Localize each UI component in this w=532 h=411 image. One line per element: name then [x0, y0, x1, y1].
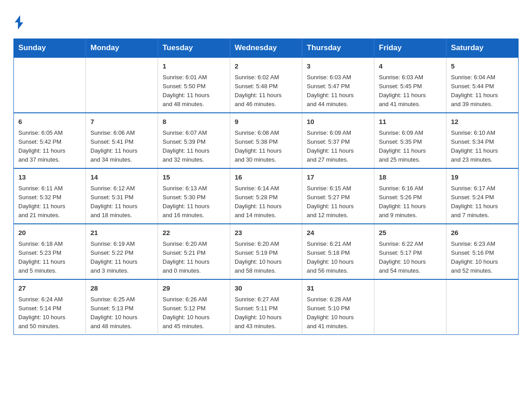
day-number: 1 — [163, 61, 225, 72]
day-number: 3 — [307, 61, 369, 72]
calendar-cell: 3Sunrise: 6:03 AM Sunset: 5:47 PM Daylig… — [302, 57, 374, 113]
calendar-cell — [86, 57, 158, 113]
day-info: Sunrise: 6:20 AM Sunset: 5:19 PM Dayligh… — [235, 240, 297, 276]
calendar-cell: 10Sunrise: 6:09 AM Sunset: 5:37 PM Dayli… — [302, 113, 374, 168]
day-info: Sunrise: 6:17 AM Sunset: 5:24 PM Dayligh… — [451, 184, 514, 220]
calendar-cell: 25Sunrise: 6:22 AM Sunset: 5:17 PM Dayli… — [374, 224, 446, 279]
logo-triangle-icon — [15, 15, 20, 22]
day-info: Sunrise: 6:25 AM Sunset: 5:13 PM Dayligh… — [90, 295, 153, 331]
calendar-week-row: 13Sunrise: 6:11 AM Sunset: 5:32 PM Dayli… — [14, 168, 519, 224]
day-info: Sunrise: 6:20 AM Sunset: 5:21 PM Dayligh… — [163, 240, 225, 276]
day-info: Sunrise: 6:11 AM Sunset: 5:32 PM Dayligh… — [18, 184, 81, 220]
day-info: Sunrise: 6:26 AM Sunset: 5:12 PM Dayligh… — [163, 295, 225, 331]
day-number: 18 — [379, 172, 442, 183]
day-info: Sunrise: 6:23 AM Sunset: 5:16 PM Dayligh… — [451, 240, 514, 276]
day-number: 6 — [18, 117, 81, 127]
day-info: Sunrise: 6:09 AM Sunset: 5:37 PM Dayligh… — [307, 128, 369, 165]
day-number: 7 — [90, 117, 153, 127]
calendar-cell: 13Sunrise: 6:11 AM Sunset: 5:32 PM Dayli… — [14, 168, 86, 224]
calendar-cell: 6Sunrise: 6:05 AM Sunset: 5:42 PM Daylig… — [14, 113, 86, 168]
day-info: Sunrise: 6:05 AM Sunset: 5:42 PM Dayligh… — [18, 128, 81, 165]
calendar-table: SundayMondayTuesdayWednesdayThursdayFrid… — [13, 39, 519, 335]
calendar-cell — [14, 57, 86, 113]
calendar-cell: 12Sunrise: 6:10 AM Sunset: 5:34 PM Dayli… — [446, 113, 519, 168]
calendar-cell: 28Sunrise: 6:25 AM Sunset: 5:13 PM Dayli… — [86, 279, 158, 335]
calendar-header-row: SundayMondayTuesdayWednesdayThursdayFrid… — [14, 39, 519, 58]
weekday-header-saturday: Saturday — [446, 39, 519, 58]
day-info: Sunrise: 6:12 AM Sunset: 5:31 PM Dayligh… — [90, 184, 153, 220]
day-number: 25 — [379, 228, 442, 238]
day-info: Sunrise: 6:13 AM Sunset: 5:30 PM Dayligh… — [163, 184, 225, 220]
weekday-header-tuesday: Tuesday — [158, 39, 230, 58]
day-number: 13 — [18, 172, 81, 183]
day-number: 24 — [307, 228, 369, 238]
day-info: Sunrise: 6:18 AM Sunset: 5:23 PM Dayligh… — [18, 240, 81, 276]
logo — [13, 9, 25, 30]
day-number: 22 — [163, 228, 225, 238]
day-info: Sunrise: 6:01 AM Sunset: 5:50 PM Dayligh… — [163, 73, 225, 109]
weekday-header-wednesday: Wednesday — [230, 39, 302, 58]
day-number: 28 — [90, 283, 153, 294]
day-info: Sunrise: 6:14 AM Sunset: 5:28 PM Dayligh… — [235, 184, 297, 220]
day-info: Sunrise: 6:02 AM Sunset: 5:48 PM Dayligh… — [235, 73, 297, 109]
day-number: 9 — [235, 117, 297, 127]
calendar-cell: 29Sunrise: 6:26 AM Sunset: 5:12 PM Dayli… — [158, 279, 230, 335]
day-number: 31 — [307, 283, 369, 294]
calendar-week-row: 1Sunrise: 6:01 AM Sunset: 5:50 PM Daylig… — [14, 57, 519, 113]
day-info: Sunrise: 6:28 AM Sunset: 5:10 PM Dayligh… — [307, 295, 369, 331]
calendar-cell: 15Sunrise: 6:13 AM Sunset: 5:30 PM Dayli… — [158, 168, 230, 224]
calendar-cell: 11Sunrise: 6:09 AM Sunset: 5:35 PM Dayli… — [374, 113, 446, 168]
header — [13, 9, 519, 30]
calendar-cell: 22Sunrise: 6:20 AM Sunset: 5:21 PM Dayli… — [158, 224, 230, 279]
day-number: 5 — [451, 61, 514, 72]
day-info: Sunrise: 6:16 AM Sunset: 5:26 PM Dayligh… — [379, 184, 442, 220]
day-number: 10 — [307, 117, 369, 127]
day-info: Sunrise: 6:09 AM Sunset: 5:35 PM Dayligh… — [379, 128, 442, 165]
calendar-cell: 5Sunrise: 6:04 AM Sunset: 5:44 PM Daylig… — [446, 57, 519, 113]
day-info: Sunrise: 6:07 AM Sunset: 5:39 PM Dayligh… — [163, 128, 225, 165]
weekday-header-sunday: Sunday — [14, 39, 86, 58]
day-info: Sunrise: 6:10 AM Sunset: 5:34 PM Dayligh… — [451, 128, 514, 165]
day-info: Sunrise: 6:19 AM Sunset: 5:22 PM Dayligh… — [90, 240, 153, 276]
day-number: 20 — [18, 228, 81, 238]
weekday-header-monday: Monday — [86, 39, 158, 58]
day-number: 15 — [163, 172, 225, 183]
calendar-week-row: 20Sunrise: 6:18 AM Sunset: 5:23 PM Dayli… — [14, 224, 519, 279]
calendar-cell: 16Sunrise: 6:14 AM Sunset: 5:28 PM Dayli… — [230, 168, 302, 224]
day-number: 16 — [235, 172, 297, 183]
logo-triangle2-icon — [18, 22, 23, 30]
day-number: 8 — [163, 117, 225, 127]
calendar-cell: 2Sunrise: 6:02 AM Sunset: 5:48 PM Daylig… — [230, 57, 302, 113]
calendar-cell: 14Sunrise: 6:12 AM Sunset: 5:31 PM Dayli… — [86, 168, 158, 224]
day-info: Sunrise: 6:21 AM Sunset: 5:18 PM Dayligh… — [307, 240, 369, 276]
day-info: Sunrise: 6:15 AM Sunset: 5:27 PM Dayligh… — [307, 184, 369, 220]
calendar-week-row: 6Sunrise: 6:05 AM Sunset: 5:42 PM Daylig… — [14, 113, 519, 168]
day-number: 2 — [235, 61, 297, 72]
calendar-cell: 26Sunrise: 6:23 AM Sunset: 5:16 PM Dayli… — [446, 224, 519, 279]
day-info: Sunrise: 6:04 AM Sunset: 5:44 PM Dayligh… — [451, 73, 514, 109]
calendar-cell: 9Sunrise: 6:08 AM Sunset: 5:38 PM Daylig… — [230, 113, 302, 168]
day-number: 23 — [235, 228, 297, 238]
calendar-cell: 23Sunrise: 6:20 AM Sunset: 5:19 PM Dayli… — [230, 224, 302, 279]
calendar-cell: 4Sunrise: 6:03 AM Sunset: 5:45 PM Daylig… — [374, 57, 446, 113]
day-number: 26 — [451, 228, 514, 238]
day-info: Sunrise: 6:24 AM Sunset: 5:14 PM Dayligh… — [18, 295, 81, 331]
day-number: 21 — [90, 228, 153, 238]
calendar-cell: 31Sunrise: 6:28 AM Sunset: 5:10 PM Dayli… — [302, 279, 374, 335]
day-number: 30 — [235, 283, 297, 294]
calendar-cell: 8Sunrise: 6:07 AM Sunset: 5:39 PM Daylig… — [158, 113, 230, 168]
day-info: Sunrise: 6:03 AM Sunset: 5:45 PM Dayligh… — [379, 73, 442, 109]
calendar-cell: 18Sunrise: 6:16 AM Sunset: 5:26 PM Dayli… — [374, 168, 446, 224]
day-number: 27 — [18, 283, 81, 294]
day-number: 14 — [90, 172, 153, 183]
calendar-cell: 17Sunrise: 6:15 AM Sunset: 5:27 PM Dayli… — [302, 168, 374, 224]
calendar-cell: 7Sunrise: 6:06 AM Sunset: 5:41 PM Daylig… — [86, 113, 158, 168]
day-info: Sunrise: 6:27 AM Sunset: 5:11 PM Dayligh… — [235, 295, 297, 331]
calendar-cell — [374, 279, 446, 335]
day-info: Sunrise: 6:06 AM Sunset: 5:41 PM Dayligh… — [90, 128, 153, 165]
calendar-cell — [446, 279, 519, 335]
calendar-cell: 19Sunrise: 6:17 AM Sunset: 5:24 PM Dayli… — [446, 168, 519, 224]
calendar-cell: 30Sunrise: 6:27 AM Sunset: 5:11 PM Dayli… — [230, 279, 302, 335]
day-info: Sunrise: 6:03 AM Sunset: 5:47 PM Dayligh… — [307, 73, 369, 109]
day-number: 17 — [307, 172, 369, 183]
